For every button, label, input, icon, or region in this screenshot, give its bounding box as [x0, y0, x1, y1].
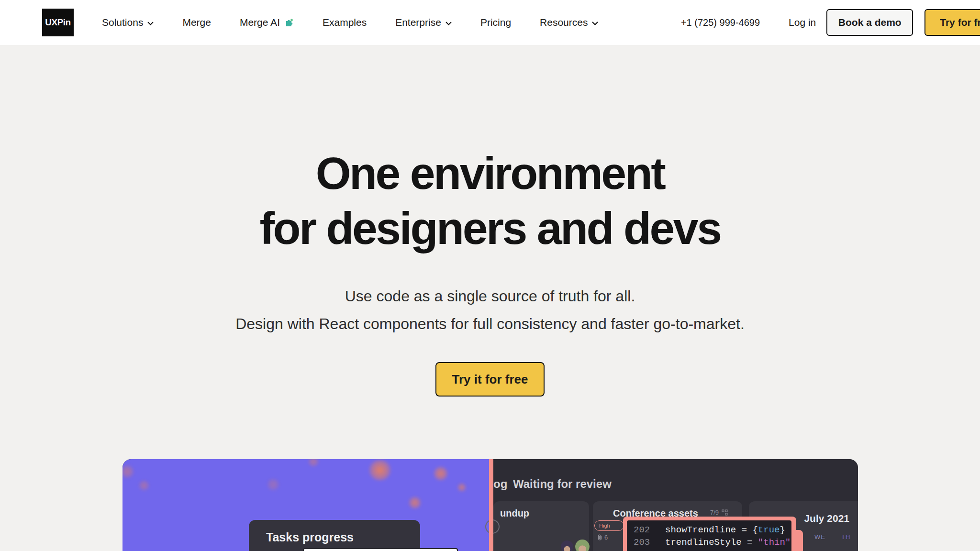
try-for-free-button[interactable]: Try for free [924, 9, 980, 36]
hero-subtext-line2: Design with React components for full co… [235, 315, 745, 332]
nav-item-merge[interactable]: Merge [182, 17, 211, 28]
chevron-down-icon [147, 22, 154, 25]
panel-divider[interactable] [489, 459, 493, 551]
weekday-we: WE [814, 533, 825, 540]
nav-actions: +1 (725) 999-4699 Log in Book a demo Try… [681, 9, 980, 36]
nav-item-resources[interactable]: Resources [540, 17, 598, 28]
nav-item-label: Resources [540, 17, 588, 28]
puzzle-piece-icon [284, 18, 294, 27]
kanban-card-roundup[interactable]: undup [493, 501, 589, 551]
code-token: } [780, 525, 785, 535]
avatar [561, 540, 573, 551]
code-token: showTrendline = { [665, 525, 758, 535]
phone-number-link[interactable]: +1 (725) 999-4699 [681, 17, 760, 28]
tasks-progress-card[interactable]: Tasks progress [249, 520, 420, 551]
code-line: 202 showTrendline = {true} [634, 524, 791, 536]
try-it-for-free-button[interactable]: Try it for free [435, 362, 545, 397]
nav-item-label: Merge AI [240, 17, 280, 28]
priority-label: High [599, 523, 610, 529]
nav-item-solutions[interactable]: Solutions [102, 17, 154, 28]
card-title: undup [500, 508, 529, 519]
weekday-th: TH [841, 533, 850, 540]
nav-item-label: Enterprise [395, 17, 441, 28]
code-token: trendlineStyle = [665, 537, 758, 548]
attachments-count: 6 [604, 534, 608, 541]
line-number: 202 [634, 525, 654, 535]
nav-item-label: Examples [323, 17, 367, 28]
hero-heading-line1: One environment [316, 148, 665, 198]
decorative-blob [434, 466, 448, 481]
code-text: showTrendline = {true} [665, 525, 785, 535]
decorative-blob [457, 483, 466, 492]
hero-heading-line2: for designers and devs [259, 203, 720, 253]
code-token-string: "thin" [758, 537, 791, 548]
code-token-true: true [758, 525, 780, 535]
chevron-down-icon [445, 22, 452, 25]
uxpin-logo[interactable]: UXPin [42, 9, 74, 36]
book-demo-label: Book a demo [838, 17, 902, 28]
uxpin-logo-text: UXPin [45, 17, 70, 28]
nav-item-merge-ai[interactable]: Merge AI [240, 17, 294, 28]
code-editor-overlay[interactable]: 202 showTrendline = {true} 203 trendline… [623, 517, 796, 551]
tasks-progress-title: Tasks progress [266, 530, 354, 544]
chevron-down-icon [592, 22, 598, 25]
nav-menu: Solutions Merge Merge AI Examples Enterp… [102, 17, 598, 28]
code-editor: 202 showTrendline = {true} 203 trendline… [627, 520, 791, 551]
hero-heading: One environmentfor designers and devs [0, 146, 980, 256]
column-header-backlog: og [493, 477, 507, 491]
product-preview-image: og Waiting for review undup Conference a… [122, 459, 858, 551]
priority-badge: High [594, 520, 624, 531]
calendar-month-label: July 2021 [804, 513, 849, 524]
line-number: 203 [634, 537, 654, 548]
component-icon [722, 509, 728, 516]
nav-item-label: Merge [182, 17, 211, 28]
uxpin-landing-page: UXPin Solutions Merge Merge AI Examples … [0, 0, 980, 551]
try-it-for-free-label: Try it for free [452, 372, 528, 387]
decorative-blob [308, 459, 319, 467]
calendar-weekdays: WE TH [814, 533, 850, 540]
code-overlay-tab [793, 530, 803, 551]
code-text: trendlineStyle = "thin" [665, 537, 791, 548]
paperclip-icon [597, 534, 602, 541]
attachments: 6 [597, 534, 608, 541]
progress-bar-popup [303, 548, 458, 551]
top-navigation: UXPin Solutions Merge Merge AI Examples … [0, 0, 980, 45]
nav-item-pricing[interactable]: Pricing [480, 17, 511, 28]
decorative-blob [267, 478, 279, 491]
nav-item-examples[interactable]: Examples [323, 17, 367, 28]
decorative-blob [139, 480, 149, 491]
login-link[interactable]: Log in [789, 17, 816, 28]
decorative-blob [409, 496, 421, 509]
progress-count-value: 7/9 [710, 509, 719, 516]
decorative-blob [368, 460, 391, 481]
decorative-blob [122, 465, 134, 478]
hero-subtext-line1: Use code as a single source of truth for… [345, 287, 635, 305]
nav-item-label: Pricing [480, 17, 511, 28]
try-for-free-label: Try for free [940, 17, 980, 28]
column-header-waiting-for-review: Waiting for review [513, 477, 612, 491]
code-line: 203 trendlineStyle = "thin" [634, 536, 791, 549]
avatar [575, 540, 590, 551]
nav-item-label: Solutions [102, 17, 143, 28]
progress-count: 7/9 [710, 509, 728, 516]
code-line: 204 onLoad = {set interaction} [634, 549, 791, 551]
hero-subtext: Use code as a single source of truth for… [0, 282, 980, 338]
nav-item-enterprise[interactable]: Enterprise [395, 17, 452, 28]
book-demo-button[interactable]: Book a demo [826, 9, 913, 36]
